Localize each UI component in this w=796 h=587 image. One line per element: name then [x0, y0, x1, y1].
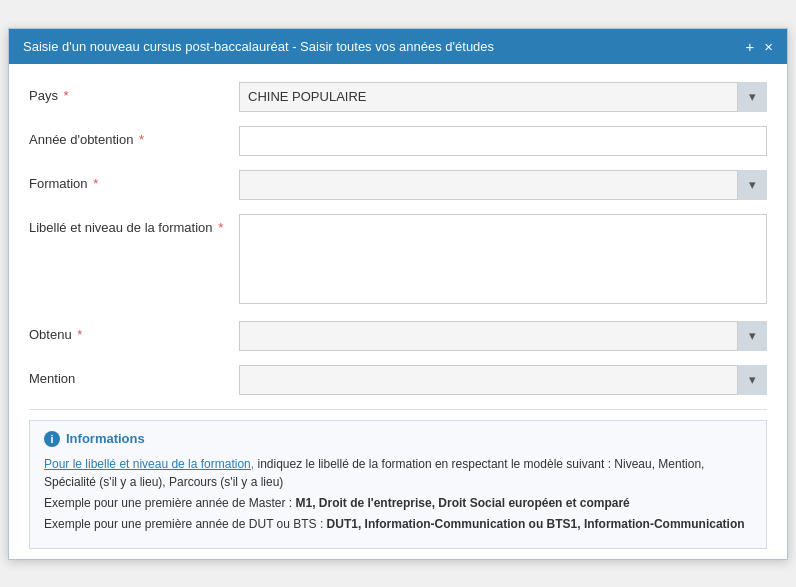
info-example2-bold: DUT1, Information-Communication ou BTS1,… — [327, 517, 745, 531]
info-box-title: Informations — [66, 431, 145, 446]
formation-field — [239, 170, 767, 200]
modal-actions: + × — [745, 39, 773, 54]
pays-label: Pays * — [29, 82, 239, 103]
info-link[interactable]: Pour le libellé et niveau de la formatio… — [44, 457, 254, 471]
formation-select[interactable] — [239, 170, 767, 200]
formation-label: Formation * — [29, 170, 239, 191]
annee-input[interactable] — [239, 126, 767, 156]
info-example2: Exemple pour une première année de DUT o… — [44, 515, 752, 533]
mention-field — [239, 365, 767, 395]
libelle-field — [239, 214, 767, 307]
annee-required: * — [135, 132, 144, 147]
libelle-row: Libellé et niveau de la formation * — [29, 214, 767, 307]
obtenu-required: * — [74, 327, 83, 342]
pays-row: Pays * CHINE POPULAIRE — [29, 82, 767, 112]
section-divider — [29, 409, 767, 410]
modal-header: Saisie d'un nouveau cursus post-baccalau… — [9, 29, 787, 64]
pays-required: * — [60, 88, 69, 103]
libelle-required: * — [215, 220, 224, 235]
libelle-textarea[interactable] — [239, 214, 767, 304]
info-example1: Exemple pour une première année de Maste… — [44, 494, 752, 512]
obtenu-row: Obtenu * — [29, 321, 767, 351]
info-example1-bold: M1, Droit de l'entreprise, Droit Social … — [295, 496, 629, 510]
obtenu-select-wrapper — [239, 321, 767, 351]
obtenu-field — [239, 321, 767, 351]
info-example1-prefix: Exemple pour une première année de Maste… — [44, 496, 295, 510]
pays-select[interactable]: CHINE POPULAIRE — [239, 82, 767, 112]
info-box: i Informations Pour le libellé et niveau… — [29, 420, 767, 549]
formation-row: Formation * — [29, 170, 767, 200]
info-line1: Pour le libellé et niveau de la formatio… — [44, 455, 752, 491]
mention-select[interactable] — [239, 365, 767, 395]
annee-label: Année d'obtention * — [29, 126, 239, 147]
annee-row: Année d'obtention * — [29, 126, 767, 156]
info-box-content: Pour le libellé et niveau de la formatio… — [44, 455, 752, 533]
annee-field — [239, 126, 767, 156]
libelle-label: Libellé et niveau de la formation * — [29, 214, 239, 235]
info-icon: i — [44, 431, 60, 447]
obtenu-label: Obtenu * — [29, 321, 239, 342]
mention-label: Mention — [29, 365, 239, 386]
formation-required: * — [90, 176, 99, 191]
info-example2-prefix: Exemple pour une première année de DUT o… — [44, 517, 327, 531]
modal-container: Saisie d'un nouveau cursus post-baccalau… — [8, 28, 788, 560]
mention-select-wrapper — [239, 365, 767, 395]
pays-field: CHINE POPULAIRE — [239, 82, 767, 112]
formation-select-wrapper — [239, 170, 767, 200]
modal-title: Saisie d'un nouveau cursus post-baccalau… — [23, 39, 745, 54]
close-icon[interactable]: × — [764, 39, 773, 54]
mention-row: Mention — [29, 365, 767, 395]
pays-select-wrapper: CHINE POPULAIRE — [239, 82, 767, 112]
add-icon[interactable]: + — [745, 39, 754, 54]
obtenu-select[interactable] — [239, 321, 767, 351]
modal-body: Pays * CHINE POPULAIRE Année d'obtention… — [9, 64, 787, 559]
info-box-header: i Informations — [44, 431, 752, 447]
